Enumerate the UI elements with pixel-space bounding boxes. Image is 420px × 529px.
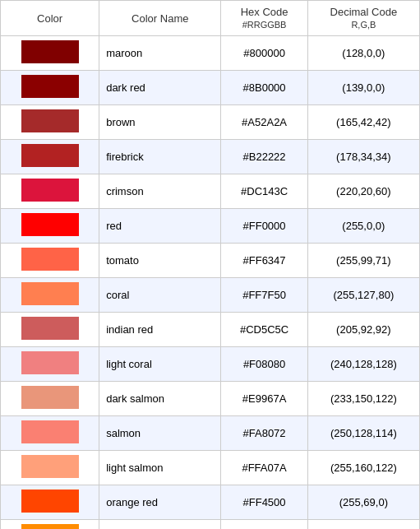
decimal-code-cell: (205,92,92) <box>307 313 419 347</box>
color-swatch-cell <box>1 105 99 140</box>
table-row: maroon#800000(128,0,0) <box>1 36 420 71</box>
color-swatch <box>21 351 79 374</box>
table-row: tomato#FF6347(255,99,71) <box>1 244 420 278</box>
color-swatch-cell <box>1 278 99 313</box>
decimal-code-cell: (255,127,80) <box>307 278 419 313</box>
color-swatch <box>21 490 79 513</box>
color-name-cell: tomato <box>99 244 221 278</box>
color-name-cell: red <box>99 209 221 244</box>
decimal-code-cell: (255,140,0) <box>307 520 419 530</box>
hex-code-cell: #FF4500 <box>221 485 307 520</box>
color-swatch <box>21 420 79 443</box>
table-row: salmon#FA8072(250,128,114) <box>1 416 420 451</box>
hex-code-cell: #FFA07A <box>221 451 307 485</box>
color-swatch <box>21 144 79 167</box>
color-swatch <box>21 248 79 271</box>
hex-code-cell: #FF0000 <box>221 209 307 244</box>
decimal-code-cell: (128,0,0) <box>307 36 419 71</box>
color-swatch <box>21 282 79 305</box>
decimal-code-cell: (255,160,122) <box>307 451 419 485</box>
decimal-code-cell: (255,0,0) <box>307 209 419 244</box>
color-swatch <box>21 386 79 409</box>
decimal-code-cell: (255,99,71) <box>307 244 419 278</box>
decimal-code-cell: (250,128,114) <box>307 416 419 451</box>
header-decimal: Decimal CodeR,G,B <box>307 1 419 36</box>
hex-code-cell: #DC143C <box>221 174 307 209</box>
table-row: orange red#FF4500(255,69,0) <box>1 485 420 520</box>
hex-code-cell: #8B0000 <box>221 71 307 105</box>
table-row: crimson#DC143C(220,20,60) <box>1 174 420 209</box>
hex-code-cell: #FF7F50 <box>221 278 307 313</box>
decimal-code-cell: (139,0,0) <box>307 71 419 105</box>
color-swatch <box>21 75 79 98</box>
color-name-cell: dark orange <box>99 520 221 530</box>
color-swatch-cell <box>1 347 99 382</box>
hex-code-cell: #E9967A <box>221 382 307 416</box>
table-row: dark red#8B0000(139,0,0) <box>1 71 420 105</box>
color-swatch-cell <box>1 382 99 416</box>
color-name-cell: firebrick <box>99 140 221 174</box>
color-swatch-cell <box>1 451 99 485</box>
decimal-code-cell: (255,69,0) <box>307 485 419 520</box>
color-swatch <box>21 179 79 202</box>
table-row: light salmon#FFA07A(255,160,122) <box>1 451 420 485</box>
color-swatch-cell <box>1 71 99 105</box>
table-row: red#FF0000(255,0,0) <box>1 209 420 244</box>
color-name-cell: coral <box>99 278 221 313</box>
hex-code-cell: #800000 <box>221 36 307 71</box>
color-table: Color Color Name Hex Code#RRGGBB Decimal… <box>0 0 420 529</box>
hex-code-cell: #FF8C00 <box>221 520 307 530</box>
color-name-cell: crimson <box>99 174 221 209</box>
color-swatch-cell <box>1 36 99 71</box>
hex-code-cell: #FA8072 <box>221 416 307 451</box>
table-row: dark orange#FF8C00(255,140,0) <box>1 520 420 530</box>
color-swatch <box>21 524 79 529</box>
table-row: brown#A52A2A(165,42,42) <box>1 105 420 140</box>
color-swatch-cell <box>1 520 99 530</box>
color-name-cell: dark red <box>99 71 221 105</box>
decimal-code-cell: (178,34,34) <box>307 140 419 174</box>
decimal-code-cell: (240,128,128) <box>307 347 419 382</box>
color-name-cell: indian red <box>99 313 221 347</box>
table-row: firebrick#B22222(178,34,34) <box>1 140 420 174</box>
color-name-cell: maroon <box>99 36 221 71</box>
table-row: light coral#F08080(240,128,128) <box>1 347 420 382</box>
color-name-cell: brown <box>99 105 221 140</box>
table-row: dark salmon#E9967A(233,150,122) <box>1 382 420 416</box>
color-swatch-cell <box>1 485 99 520</box>
hex-code-cell: #B22222 <box>221 140 307 174</box>
header-hex: Hex Code#RRGGBB <box>221 1 307 36</box>
decimal-code-cell: (220,20,60) <box>307 174 419 209</box>
color-name-cell: salmon <box>99 416 221 451</box>
color-swatch-cell <box>1 209 99 244</box>
color-swatch <box>21 317 79 340</box>
header-color-name: Color Name <box>99 1 221 36</box>
color-swatch <box>21 213 79 236</box>
color-name-cell: light salmon <box>99 451 221 485</box>
decimal-code-cell: (233,150,122) <box>307 382 419 416</box>
hex-code-cell: #A52A2A <box>221 105 307 140</box>
header-color: Color <box>1 1 99 36</box>
table-row: indian red#CD5C5C(205,92,92) <box>1 313 420 347</box>
color-swatch-cell <box>1 140 99 174</box>
color-swatch <box>21 40 79 63</box>
color-name-cell: orange red <box>99 485 221 520</box>
color-swatch <box>21 109 79 132</box>
color-swatch-cell <box>1 174 99 209</box>
color-swatch-cell <box>1 244 99 278</box>
hex-code-cell: #CD5C5C <box>221 313 307 347</box>
hex-code-cell: #F08080 <box>221 347 307 382</box>
decimal-code-cell: (165,42,42) <box>307 105 419 140</box>
color-name-cell: light coral <box>99 347 221 382</box>
color-swatch <box>21 455 79 478</box>
hex-code-cell: #FF6347 <box>221 244 307 278</box>
color-swatch-cell <box>1 416 99 451</box>
color-swatch-cell <box>1 313 99 347</box>
color-name-cell: dark salmon <box>99 382 221 416</box>
table-row: coral#FF7F50(255,127,80) <box>1 278 420 313</box>
